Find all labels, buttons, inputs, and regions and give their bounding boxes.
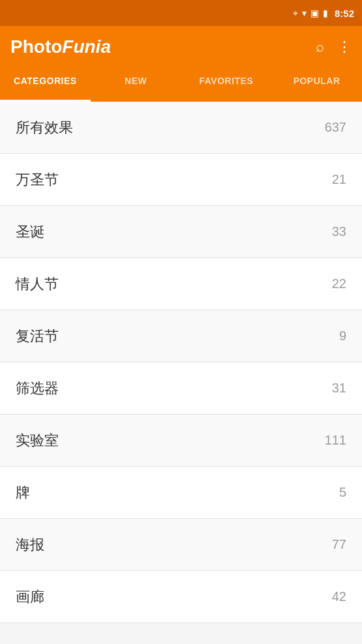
- list-item[interactable]: 实验室111: [0, 415, 362, 467]
- tab-bar: CATEGORIES NEW FAVORITES POPULAR: [0, 68, 362, 102]
- header-actions: ⌕ ⋮: [316, 38, 352, 55]
- wifi-icon: ▾: [302, 8, 307, 18]
- category-count: 77: [332, 537, 346, 552]
- tab-favorites[interactable]: FAVORITES: [181, 68, 272, 102]
- app-header: PhotoFunia ⌕ ⋮: [0, 26, 362, 68]
- category-count: 22: [332, 276, 346, 291]
- list-item[interactable]: 复活节9: [0, 310, 362, 362]
- category-count: 9: [339, 329, 346, 344]
- category-name: 万圣节: [16, 170, 59, 190]
- status-icons: ⌖ ▾ ▣ ▮ 8:52: [293, 8, 354, 19]
- category-name: 画廊: [16, 587, 44, 607]
- category-count: 637: [325, 120, 346, 135]
- logo-funia: Funia: [62, 37, 111, 57]
- category-count: 33: [332, 224, 346, 239]
- location-icon: ⌖: [293, 8, 298, 19]
- status-time: 8:52: [335, 8, 354, 19]
- category-name: 筛选器: [16, 379, 59, 398]
- list-item[interactable]: 万圣节21: [0, 154, 362, 206]
- list-item[interactable]: 情人节22: [0, 258, 362, 310]
- category-name: 所有效果: [16, 118, 73, 138]
- category-count: 42: [332, 589, 346, 604]
- category-count: 31: [332, 381, 346, 396]
- category-name: 圣诞: [16, 222, 44, 242]
- list-item[interactable]: 海报77: [0, 519, 362, 571]
- category-name: 实验室: [16, 431, 59, 450]
- app-logo: PhotoFunia: [10, 37, 111, 57]
- category-list: 所有效果637万圣节21圣诞33情人节22复活节9筛选器31实验室111牌5海报…: [0, 102, 362, 644]
- battery-icon: ▮: [323, 8, 328, 18]
- sim-icon: ▣: [310, 8, 319, 18]
- category-name: 牌: [16, 483, 30, 503]
- tab-new[interactable]: NEW: [91, 68, 181, 102]
- category-name: 海报: [16, 535, 44, 555]
- category-count: 111: [325, 433, 346, 448]
- tab-categories[interactable]: CATEGORIES: [0, 68, 91, 102]
- category-name: 复活节: [16, 327, 59, 346]
- list-item[interactable]: 筛选器31: [0, 362, 362, 415]
- tab-popular[interactable]: POPULAR: [271, 68, 362, 102]
- list-item[interactable]: 画廊42: [0, 571, 362, 623]
- category-name: 情人节: [16, 274, 59, 294]
- more-options-icon[interactable]: ⋮: [337, 38, 352, 55]
- list-item[interactable]: 牌5: [0, 467, 362, 519]
- search-icon[interactable]: ⌕: [316, 38, 324, 55]
- status-bar: ⌖ ▾ ▣ ▮ 8:52: [0, 0, 362, 26]
- category-count: 5: [339, 485, 346, 500]
- category-count: 21: [332, 172, 346, 187]
- list-item[interactable]: 圣诞33: [0, 206, 362, 258]
- logo-photo: Photo: [10, 37, 62, 57]
- logo: PhotoFunia: [10, 37, 111, 57]
- list-item[interactable]: 所有效果637: [0, 102, 362, 154]
